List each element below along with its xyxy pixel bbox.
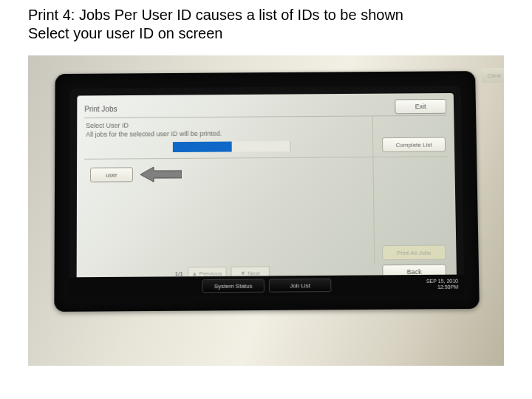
selection-highlight <box>173 142 232 152</box>
instruction-line-2: All jobs for the selected user ID will b… <box>86 129 222 139</box>
complete-list-button[interactable]: Complete List <box>382 137 446 152</box>
time-text: 12:50PM <box>437 284 458 290</box>
page-root: Print 4: Jobs Per User ID causes a list … <box>0 0 532 399</box>
instruction-text: Select User ID All jobs for the selected… <box>86 121 222 139</box>
selection-row-bg <box>232 141 291 151</box>
screen-bezel: Clear Print Jobs Exit Select User ID All… <box>54 71 480 312</box>
date-text: SEP 15, 2010 <box>426 279 458 284</box>
arrow-annotation <box>140 166 182 183</box>
user-id-button[interactable]: user <box>90 167 133 182</box>
caption-line-1: Print 4: Jobs Per User ID causes a list … <box>28 6 403 24</box>
datetime: SEP 15, 2010 12:50PM <box>426 275 459 295</box>
svg-marker-0 <box>140 167 182 182</box>
touch-screen: Print Jobs Exit Select User ID All jobs … <box>77 93 457 289</box>
divider-vertical <box>372 115 375 263</box>
screen-title: Print Jobs <box>84 105 117 113</box>
job-list-tab[interactable]: Job List <box>269 279 332 293</box>
system-status-tab[interactable]: System Status <box>202 279 265 293</box>
bezel-inner: Print Jobs Exit Select User ID All jobs … <box>69 86 465 297</box>
status-bar: System Status Job List SEP 15, 2010 12:5… <box>69 275 465 297</box>
clear-badge: Clear <box>481 68 504 83</box>
caption-block: Print 4: Jobs Per User ID causes a list … <box>28 6 403 43</box>
printer-photo: Clear Print Jobs Exit Select User ID All… <box>28 55 504 366</box>
arrow-left-icon <box>140 166 182 183</box>
divider-mid <box>84 156 447 159</box>
titlebar: Print Jobs Exit <box>84 98 446 117</box>
caption-line-2: Select your user ID on screen <box>28 24 403 43</box>
print-all-button[interactable]: Print All Jobs <box>382 245 446 260</box>
exit-button[interactable]: Exit <box>395 99 446 114</box>
